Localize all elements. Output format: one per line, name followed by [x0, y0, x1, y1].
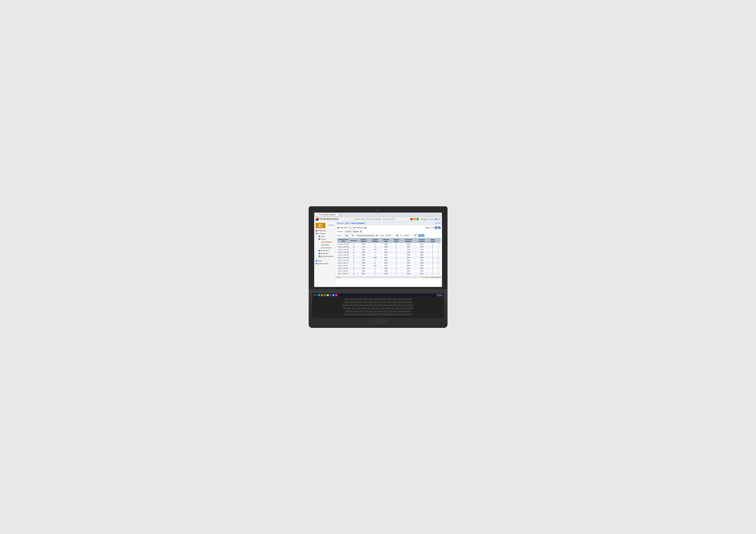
col-header-manual: Manual Adjust	[391, 238, 401, 243]
browser-tab[interactable]: ⚙ TLS-450 Web Interface ×	[315, 213, 339, 216]
sidebar-item-diagnostics[interactable]: Diagnostics	[314, 229, 336, 232]
taskbar-icon-app6[interactable]	[335, 294, 337, 296]
report-select[interactable]: Daily Weekly Monthly	[343, 234, 354, 237]
sidebar-item-delivery[interactable]: ▶ Delivery	[317, 252, 336, 255]
to-date-input[interactable]	[404, 234, 413, 237]
cell-opening: 4795	[358, 243, 369, 246]
to-calendar-btn[interactable]: ▼	[414, 234, 417, 237]
sidebar-item-setup[interactable]: Setup	[314, 259, 336, 262]
prev-page-btn[interactable]: ◀	[435, 227, 437, 229]
next-page-btn[interactable]: ▶	[438, 227, 441, 229]
sidebar-item-inventory[interactable]: ▶ Inventory	[317, 249, 336, 252]
cell-variance: 16	[350, 248, 358, 251]
keyboard-row-3	[314, 305, 443, 307]
cell-variance: 14	[350, 251, 358, 254]
cell-opening: 8150	[358, 272, 369, 275]
tab-close-icon[interactable]: ×	[336, 214, 337, 215]
status-ok-btn[interactable]: ✓	[417, 218, 419, 220]
sidebar-item-alarm[interactable]: Alarm	[317, 235, 336, 238]
edit-row-icon[interactable]: ✏	[438, 273, 440, 275]
edit-row-icon[interactable]: ✏	[438, 257, 440, 258]
taskbar-icon-app2[interactable]	[324, 294, 326, 296]
key-rshift	[402, 310, 411, 313]
cell-action[interactable]: ✏	[437, 264, 440, 267]
cell-action[interactable]: ✏	[437, 272, 440, 275]
breadcrumb-bir[interactable]: BIR	[346, 222, 349, 224]
edit-row-icon[interactable]: ✏	[438, 251, 440, 253]
product-select[interactable]: Product 1: Regular	[344, 230, 363, 233]
help-btn[interactable]: ? Help	[435, 218, 440, 220]
col-header-variance: Variance	[350, 238, 358, 243]
cell-action[interactable]: ✏	[437, 256, 440, 259]
edit-row-icon[interactable]: ✏	[438, 243, 440, 245]
edit-row-icon[interactable]: ✏	[438, 246, 440, 248]
cell-opening: 1433	[358, 264, 369, 267]
cell-action[interactable]: ✏	[437, 251, 440, 254]
edit-row-icon[interactable]: ✏	[438, 259, 440, 261]
table-row: 2/13/11 2:00 AM 14 3980 0 2502 0 1478 14…	[337, 251, 440, 254]
key-5	[367, 301, 372, 304]
sidebar-item-reports[interactable]: ▼ Reports	[314, 232, 336, 235]
filter-button[interactable]: Filter!	[418, 234, 424, 237]
breadcrumb-reports[interactable]: Reports	[337, 222, 344, 224]
edit-row-icon[interactable]: ✏	[438, 249, 440, 251]
taskbar-icon-app1[interactable]	[321, 294, 323, 296]
logout-link[interactable]: Log Out	[428, 218, 434, 220]
cell-date: 2/7/11 2:00 AM	[337, 267, 350, 270]
sidebar-item-book-variance[interactable]: Book Variance	[320, 246, 336, 249]
sidebar-item-environmental[interactable]: ▶ Environmental	[317, 255, 336, 258]
cell-action[interactable]: ✏	[437, 270, 440, 272]
key-lctrl	[344, 313, 350, 316]
key-f11	[397, 298, 402, 301]
view-select[interactable]: 25 50 100	[348, 226, 356, 229]
taskbar-icon-app3[interactable]	[327, 294, 329, 296]
tab-title: TLS-450 Web Interface	[319, 214, 336, 216]
alarm-icon	[318, 235, 320, 237]
records-select[interactable]: Records and Summaries Records Only Summa…	[356, 234, 378, 237]
key-enter2	[405, 307, 413, 310]
cell-action[interactable]: ✏	[437, 259, 440, 261]
taskbar-icon-app4[interactable]	[330, 294, 332, 296]
key-t	[369, 305, 373, 307]
sidebar-item-reconciliation[interactable]: Reconciliation	[320, 241, 336, 244]
cell-variance: 11	[350, 243, 358, 246]
table-row: 2/16/11 2:00 AM 11 4795 0 2590 0 2205 22…	[337, 243, 440, 246]
windows-btn[interactable]: ⊞	[313, 294, 315, 296]
edit-row-icon[interactable]: ✏	[438, 254, 440, 256]
search-btn[interactable]: 🔍	[315, 294, 317, 296]
cell-opening: 6996	[358, 254, 369, 256]
key-s	[357, 307, 361, 310]
total-count: 192	[337, 227, 339, 228]
cell-action[interactable]: ✏	[437, 267, 440, 270]
key-lshift	[345, 310, 354, 313]
taskbar-icon-app5[interactable]	[332, 294, 335, 296]
edit-row-icon[interactable]: ✏	[438, 267, 440, 269]
home-link[interactable]: ⌂ Home	[327, 224, 335, 227]
from-date-input[interactable]	[386, 234, 394, 237]
cell-action[interactable]: ✏	[437, 254, 440, 256]
print-link[interactable]: 🖨 Print	[435, 222, 441, 224]
cell-gauged-del: 0	[369, 267, 381, 270]
edit-row-icon[interactable]: ✏	[438, 270, 440, 272]
cell-action[interactable]: ✏	[437, 261, 440, 264]
from-calendar-btn[interactable]: ▼	[396, 234, 399, 237]
sidebar-item-system-status[interactable]: System Status	[314, 262, 336, 265]
sidebar-section: Diagnostics ▼ Reports Alarm	[314, 229, 336, 258]
status-warn-btn[interactable]: !	[413, 218, 416, 220]
home-icon: ⌂	[328, 224, 329, 226]
edit-row-icon[interactable]: ✏	[438, 262, 440, 264]
main-menu-button[interactable]: Main Menu	[316, 223, 326, 228]
cell-action[interactable]: ✏	[437, 243, 440, 246]
cell-metered: 2502	[381, 251, 391, 254]
status-error-btn[interactable]: ×	[410, 218, 413, 220]
edit-row-icon[interactable]: ✏	[438, 265, 440, 266]
col-header-calc-inv: Calculated Inventory	[401, 238, 416, 243]
cell-action[interactable]: ✏	[437, 246, 440, 248]
cell-gauged-inv: 4795	[416, 246, 428, 248]
new-tab-button[interactable]: +	[339, 213, 341, 216]
taskbar-icon-edge[interactable]	[318, 294, 320, 296]
sidebar-item-test-report[interactable]: Test Report	[320, 244, 336, 246]
touchpad[interactable]	[369, 319, 387, 324]
sidebar-item-bir[interactable]: ▼ BIR	[317, 238, 336, 241]
cell-action[interactable]: ✏	[437, 248, 440, 251]
